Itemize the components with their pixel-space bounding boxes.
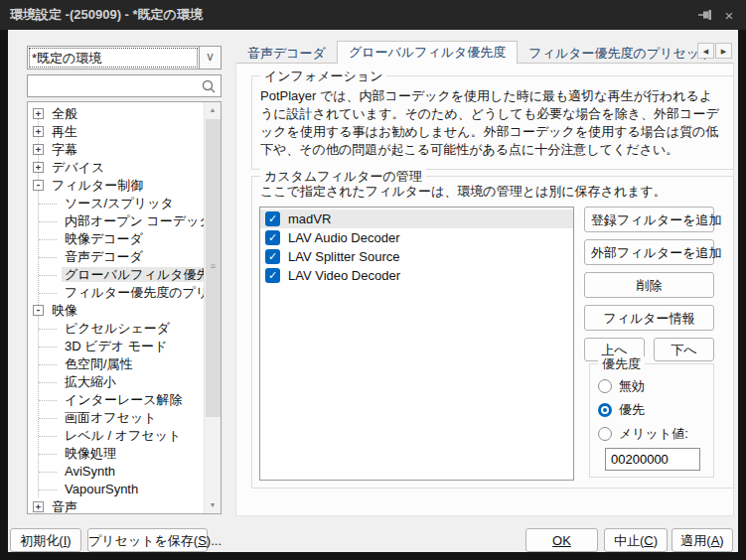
expand-icon[interactable]: +: [33, 144, 44, 155]
tree-item-label: ソース/スプリッタ: [62, 196, 177, 210]
tab-item[interactable]: 音声デコーダ: [236, 44, 337, 64]
custom-filter-description: ここで指定されたフィルターは、環境の管理とは別に保存されます。: [260, 183, 667, 201]
tree-item[interactable]: インターレース解除: [28, 391, 204, 409]
close-button[interactable]: ×: [720, 6, 738, 24]
filter-checkbox[interactable]: ✓: [265, 268, 280, 283]
add-registered-filter-button[interactable]: 登録フィルターを追加: [584, 207, 714, 232]
filter-list-item[interactable]: ✓LAV Audio Decoder: [260, 228, 573, 247]
profile-dropdown-value: *既定の環境: [29, 48, 198, 68]
tree-item[interactable]: +音声: [28, 498, 204, 514]
cancel-button[interactable]: 中止(C): [604, 528, 668, 552]
expand-icon[interactable]: +: [33, 108, 44, 119]
tree-item[interactable]: +字幕: [28, 141, 204, 159]
tab-scroll-left-button[interactable]: ◀: [697, 43, 714, 59]
filter-info-button[interactable]: フィルター情報: [584, 305, 714, 331]
tree-item[interactable]: 色空間/属性: [28, 355, 204, 373]
move-down-button[interactable]: 下へ: [654, 338, 714, 361]
filter-list-item[interactable]: ✓madVR: [260, 210, 573, 228]
tree-item-label: 全般: [49, 106, 80, 121]
tab-content-panel: インフォメーション PotPlayer では、内部コーデックを使用した時に最も適…: [235, 63, 734, 516]
merit-value-input[interactable]: [605, 448, 700, 471]
tab-scroll-right-button[interactable]: ▶: [715, 43, 732, 59]
filter-checkbox[interactable]: ✓: [265, 211, 280, 226]
chevron-down-icon[interactable]: v: [199, 47, 221, 69]
priority-disabled-radio[interactable]: 無効: [598, 374, 713, 398]
tree-item[interactable]: 画面オフセット: [28, 409, 204, 427]
close-icon: ×: [725, 7, 734, 24]
tree-item[interactable]: +デバイス: [28, 159, 204, 177]
tab-active[interactable]: グローバルフィルタ優先度: [337, 41, 518, 64]
thumb-grip-icon: ≡: [206, 261, 221, 271]
radio-icon: [598, 403, 612, 417]
reset-button[interactable]: 初期化(I): [10, 528, 81, 552]
tree-item[interactable]: 映像デコーダ: [28, 230, 204, 248]
save-preset-button[interactable]: プリセットを保存(S)...: [87, 528, 208, 552]
tree-item-label: 内部オープン コーデック: [62, 213, 216, 228]
settings-tree[interactable]: +全般+再生+字幕+デバイス-フィルター制御ソース/スプリッタ内部オープン コー…: [27, 101, 222, 514]
custom-filter-groupbox: カスタムフィルターの管理 ここで指定されたフィルターは、環境の管理とは別に保存さ…: [251, 176, 734, 489]
expand-icon[interactable]: +: [33, 162, 44, 173]
tree-item[interactable]: レベル / オフセット: [28, 427, 204, 445]
radio-icon: [598, 379, 612, 393]
tree-rows: +全般+再生+字幕+デバイス-フィルター制御ソース/スプリッタ内部オープン コー…: [28, 105, 204, 513]
title-bar[interactable]: 環境設定 -(250909) - *既定の環境 ×: [0, 0, 746, 30]
tree-item[interactable]: +全般: [28, 105, 204, 123]
priority-prefer-radio[interactable]: 優先: [598, 398, 713, 422]
tree-item[interactable]: ピクセルシェーダ: [28, 320, 204, 338]
pin-icon[interactable]: [696, 6, 714, 24]
scrollbar-thumb[interactable]: ≡: [206, 119, 221, 417]
tree-item[interactable]: フィルター優先度のプリセット: [28, 284, 204, 302]
expand-icon[interactable]: +: [33, 126, 44, 137]
ok-button[interactable]: OK: [525, 528, 598, 552]
tree-item-label: 映像デコーダ: [62, 231, 146, 246]
tab-item[interactable]: フィルター優先度のプリセット: [518, 44, 723, 64]
tree-item-label: グローバルフィルタ優先度: [62, 267, 222, 282]
tree-item[interactable]: VapourSynth: [28, 481, 204, 498]
delete-filter-button[interactable]: 削除: [584, 272, 714, 298]
filter-name: LAV Video Decoder: [288, 268, 400, 283]
scroll-up-icon[interactable]: ▲: [205, 102, 221, 118]
tree-item-label: 3D ビデオ モード: [62, 339, 170, 353]
tree-item[interactable]: 映像処理: [28, 445, 204, 463]
tree-item[interactable]: ソース/スプリッタ: [28, 195, 204, 212]
priority-merit-radio[interactable]: メリット値:: [598, 422, 713, 446]
tree-item[interactable]: 3D ビデオ モード: [28, 338, 204, 355]
add-external-filter-button[interactable]: 外部フィルターを追加: [584, 239, 714, 265]
apply-button[interactable]: 適用(A): [671, 528, 733, 552]
radio-label: メリット値:: [619, 426, 688, 441]
tree-item-label: 音声デコーダ: [62, 249, 146, 264]
tree-item[interactable]: -フィルター制御: [28, 177, 204, 195]
tree-item[interactable]: AviSynth: [28, 463, 204, 481]
tree-item-label: 映像処理: [62, 446, 119, 461]
window-title: 環境設定 -(250909) - *既定の環境: [10, 0, 203, 30]
tree-item[interactable]: グローバルフィルタ優先度: [28, 266, 204, 284]
filter-list[interactable]: ✓madVR✓LAV Audio Decoder✓LAV Splitter So…: [259, 207, 574, 481]
filter-list-item[interactable]: ✓LAV Video Decoder: [260, 266, 573, 285]
preferences-window: 環境設定 -(250909) - *既定の環境 × *既定の環境 v +: [0, 0, 746, 560]
tree-item-label: AviSynth: [62, 464, 118, 479]
tree-item[interactable]: 拡大縮小: [28, 373, 204, 391]
profile-dropdown[interactable]: *既定の環境 v: [27, 46, 222, 70]
search-input[interactable]: [28, 75, 221, 96]
tree-item[interactable]: 音声デコーダ: [28, 248, 204, 266]
info-text: PotPlayer では、内部コーデックを使用した時に最も適切な再生が行われるよ…: [260, 87, 725, 159]
tree-item-label: 拡大縮小: [62, 374, 119, 389]
filter-name: madVR: [288, 211, 331, 226]
tree-scrollbar[interactable]: ▲ ≡ ▼: [204, 102, 221, 513]
tree-item-label: 再生: [49, 124, 80, 139]
expand-icon[interactable]: +: [33, 501, 44, 512]
tree-item[interactable]: -映像: [28, 302, 204, 320]
filter-checkbox[interactable]: ✓: [265, 249, 280, 264]
tree-item[interactable]: +再生: [28, 123, 204, 141]
collapse-icon[interactable]: -: [33, 180, 44, 191]
filter-list-item[interactable]: ✓LAV Splitter Source: [260, 247, 573, 266]
custom-filter-group-title: カスタムフィルターの管理: [260, 169, 426, 184]
tree-item-label: フィルター制御: [49, 178, 146, 193]
scroll-down-icon[interactable]: ▼: [205, 497, 221, 513]
filter-checkbox[interactable]: ✓: [265, 230, 280, 245]
collapse-icon[interactable]: -: [33, 305, 44, 316]
tree-item[interactable]: 内部オープン コーデック: [28, 212, 204, 230]
radio-label: 優先: [619, 402, 645, 417]
filter-action-buttons: 登録フィルターを追加外部フィルターを追加削除フィルター情報上へ下へ: [584, 207, 714, 361]
tree-item-label: VapourSynth: [62, 482, 141, 496]
